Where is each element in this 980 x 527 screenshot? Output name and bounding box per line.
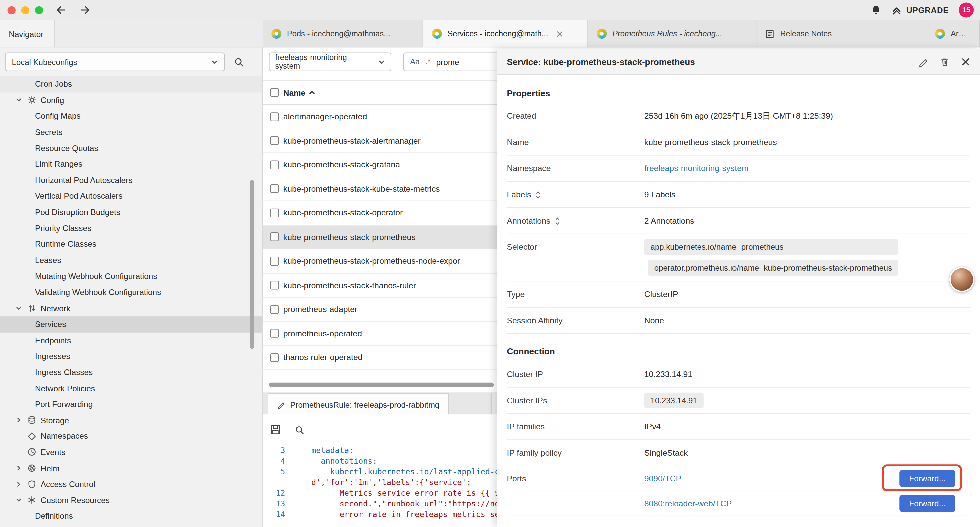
webcam-avatar [949, 267, 974, 292]
sidebar-group-custom-resources[interactable]: Custom Resources [0, 492, 262, 508]
port-link[interactable]: 8080:reloader-web/TCP [644, 498, 732, 508]
selector-badge: operator.prometheus.io/name=kube-prometh… [648, 260, 898, 275]
kubeconfig-selector[interactable]: Local Kubeconfigs [5, 53, 225, 71]
row-checkbox[interactable] [270, 209, 278, 217]
maximize-window-button[interactable] [35, 6, 43, 14]
chevron-right-icon[interactable] [16, 465, 23, 471]
select-all-checkbox[interactable] [270, 88, 278, 97]
sidebar-item-ingresses[interactable]: Ingresses [0, 348, 262, 364]
editor-search-icon[interactable] [294, 425, 305, 435]
sidebar-item-horizontal-pod-autoscalers[interactable]: Horizontal Pod Autoscalers [0, 172, 262, 188]
port-row: Ports 9090/TCP Forward... [507, 466, 970, 491]
sidebar-item-ingress-classes[interactable]: Ingress Classes [0, 364, 262, 380]
port-link[interactable]: 9090/TCP [644, 474, 681, 483]
property-row-created: Created 253d 16h 6m ago (2025年1月13日 GMT+… [507, 103, 970, 129]
sidebar-item-resource-quotas[interactable]: Resource Quotas [0, 140, 262, 156]
close-icon[interactable] [961, 57, 970, 66]
name-column-header[interactable]: Name [283, 88, 315, 97]
upgrade-icon [891, 5, 902, 15]
tab-services[interactable]: Services - icecheng@math... [423, 20, 589, 47]
row-checkbox[interactable] [270, 161, 278, 169]
sidebar-item-validating-webhook-configurations[interactable]: Validating Webhook Configurations [0, 284, 262, 300]
chevron-down-icon[interactable] [16, 97, 23, 103]
sidebar-group-helm[interactable]: Helm [0, 460, 262, 476]
chevron-down-icon[interactable] [16, 497, 23, 503]
config-gear-icon [27, 96, 37, 104]
dock-tab-prometheusrule[interactable]: PrometheusRule: freeleaps-prod-rabbitmq [267, 393, 449, 415]
upgrade-button[interactable]: UPGRADE [891, 5, 949, 15]
namespace-selector[interactable]: freeleaps-monitoring-system [269, 53, 391, 71]
sidebar-item-priority-classes[interactable]: Priority Classes [0, 220, 262, 236]
sidebar-item-definitions[interactable]: Definitions [0, 508, 262, 524]
expand-arrows-icon[interactable] [554, 217, 560, 224]
sidebar-group-config[interactable]: Config [0, 92, 262, 108]
tab-argo[interactable]: Argo S [926, 20, 980, 47]
forward-arrow-icon[interactable] [80, 5, 91, 15]
row-checkbox[interactable] [270, 112, 278, 121]
selector-badge: app.kubernetes.io/name=prometheus [644, 239, 898, 255]
line-number: 13 [262, 498, 285, 508]
sidebar-item-mutating-webhook-configurations[interactable]: Mutating Webhook Configurations [0, 268, 262, 284]
tab-release-notes[interactable]: Release Notes [756, 20, 926, 47]
horizontal-scrollbar[interactable] [269, 382, 494, 387]
sidebar-item-leases[interactable]: Leases [0, 252, 262, 268]
close-window-button[interactable] [7, 6, 15, 14]
sidebar-item-limit-ranges[interactable]: Limit Ranges [0, 156, 262, 172]
sidebar-item-cron-jobs[interactable]: Cron Jobs [0, 76, 262, 92]
code-line: second.","runbook_url":"https://net [311, 498, 504, 508]
navigator-tab[interactable]: Navigator [0, 20, 55, 47]
sidebar-item-runtime-classes[interactable]: Runtime Classes [0, 236, 262, 252]
notification-bell-icon[interactable] [870, 4, 881, 16]
sidebar-scrollbar[interactable] [250, 180, 253, 349]
edit-pencil-icon[interactable] [918, 57, 928, 67]
forward-button[interactable]: Forward... [900, 470, 955, 487]
row-checkbox[interactable] [270, 353, 278, 361]
save-icon[interactable] [270, 424, 280, 435]
sidebar-item-services[interactable]: Services [0, 316, 262, 332]
regex-toggle[interactable]: .* [425, 57, 431, 66]
match-case-toggle[interactable]: Aa [410, 57, 420, 66]
sidebar-item-config-maps[interactable]: Config Maps [0, 108, 262, 124]
chevron-down-icon[interactable] [16, 305, 23, 312]
back-arrow-icon[interactable] [56, 5, 67, 15]
sidebar-item-network-policies[interactable]: Network Policies [0, 380, 262, 396]
sidebar-item-pod-disruption-budgets[interactable]: Pod Disruption Budgets [0, 204, 262, 220]
tab-pods[interactable]: Pods - icecheng@mathmas... [262, 20, 423, 47]
row-checkbox[interactable] [270, 305, 278, 314]
row-checkbox[interactable] [270, 137, 278, 145]
sidebar-group-network[interactable]: Network [0, 300, 262, 316]
namespace-link[interactable]: freeleaps-monitoring-system [644, 164, 749, 173]
notification-count-badge[interactable]: 15 [959, 2, 974, 18]
title-bar: UPGRADE 15 [0, 0, 980, 21]
row-checkbox[interactable] [270, 329, 278, 338]
connection-heading: Connection [507, 346, 970, 356]
sidebar-item-events[interactable]: Events [0, 444, 262, 460]
sidebar-item-secrets[interactable]: Secrets [0, 124, 262, 140]
sidebar-search-icon[interactable] [234, 57, 245, 68]
expand-arrows-icon[interactable] [535, 191, 541, 198]
row-checkbox[interactable] [270, 257, 278, 266]
delete-trash-icon[interactable] [940, 57, 949, 67]
row-checkbox[interactable] [270, 185, 278, 193]
sidebar-item-namespaces[interactable]: Namespaces [0, 428, 262, 444]
connection-row-ip-family-policy: IP family policy SingleStack [507, 440, 970, 466]
line-number: 14 [262, 509, 285, 519]
code-line: metadata: [311, 446, 353, 455]
minimize-window-button[interactable] [21, 6, 29, 14]
sidebar-item-port-forwarding[interactable]: Port Forwarding [0, 396, 262, 412]
forward-button[interactable]: Forward... [900, 495, 955, 512]
tab-prometheus-rules[interactable]: Prometheus Rules - icecheng... [588, 20, 756, 47]
row-checkbox[interactable] [270, 232, 278, 241]
pencil-icon [277, 400, 285, 408]
chevron-right-icon[interactable] [16, 417, 23, 423]
row-checkbox[interactable] [270, 281, 278, 290]
drawer-title: Service: kube-prometheus-stack-prometheu… [507, 57, 695, 67]
tab-close-icon[interactable] [556, 30, 563, 37]
sidebar-group-storage[interactable]: Storage [0, 412, 262, 428]
sidebar-item-vertical-pod-autoscalers[interactable]: Vertical Pod Autoscalers [0, 188, 262, 204]
sidebar-group-access-control[interactable]: Access Control [0, 476, 262, 492]
chevron-right-icon[interactable] [16, 481, 23, 487]
sidebar-item-endpoints[interactable]: Endpoints [0, 332, 262, 348]
code-line: annotations: [311, 456, 377, 466]
namespaces-icon [27, 431, 37, 440]
